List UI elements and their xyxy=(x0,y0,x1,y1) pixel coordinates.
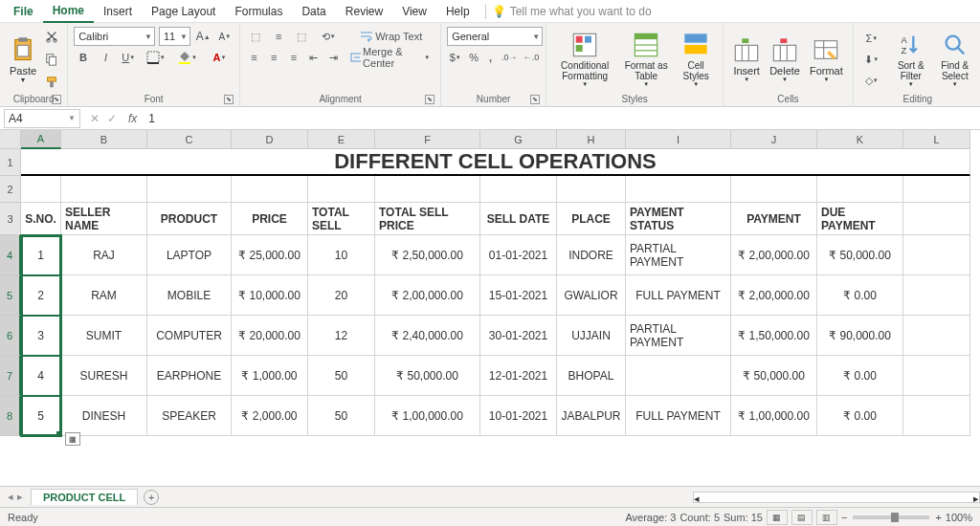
cell[interactable] xyxy=(375,176,480,203)
page-layout-view-button[interactable]: ▤ xyxy=(791,510,813,525)
align-left-button[interactable]: ≡ xyxy=(246,48,262,67)
cell[interactable] xyxy=(903,396,970,436)
delete-cells-button[interactable]: Delete▼ xyxy=(766,27,804,92)
increase-font-button[interactable]: A▲ xyxy=(194,27,212,46)
data-cell[interactable]: 2 xyxy=(21,275,61,316)
menu-data[interactable]: Data xyxy=(292,0,335,23)
column-header[interactable]: L xyxy=(903,130,970,149)
font-name-combo[interactable]: Calibri▼ xyxy=(74,27,155,46)
merge-center-button[interactable]: Merge & Center▼ xyxy=(345,48,434,67)
copy-button[interactable] xyxy=(42,50,61,69)
row-header[interactable]: 5 xyxy=(0,275,21,316)
header-cell[interactable]: PRODUCT xyxy=(147,203,232,235)
quick-analysis-button[interactable]: ▦ xyxy=(65,432,80,446)
enter-formula-icon[interactable]: ✓ xyxy=(107,112,117,125)
data-cell[interactable]: 50 xyxy=(308,356,375,396)
cell[interactable] xyxy=(308,176,375,203)
page-break-view-button[interactable]: ▥ xyxy=(816,510,837,525)
data-cell[interactable]: ₹ 2,000.00 xyxy=(232,396,308,436)
data-cell[interactable]: FULL PAYMENT xyxy=(626,275,731,316)
menu-insert[interactable]: Insert xyxy=(94,0,142,23)
zoom-level[interactable]: 100% xyxy=(946,512,972,523)
data-cell[interactable]: 10-01-2021 xyxy=(480,396,557,436)
align-center-button[interactable]: ≡ xyxy=(266,48,282,67)
insert-cells-button[interactable]: Insert▼ xyxy=(729,27,764,92)
fill-color-button[interactable]: ▼ xyxy=(173,48,201,67)
accounting-format-button[interactable]: $▼ xyxy=(447,48,463,67)
data-cell[interactable]: 50 xyxy=(308,396,375,436)
align-top-button[interactable]: ⬚ xyxy=(246,27,265,46)
column-header[interactable]: J xyxy=(731,130,817,149)
number-format-combo[interactable]: General▼ xyxy=(447,27,543,46)
find-select-button[interactable]: Find & Select▼ xyxy=(934,30,976,89)
data-cell[interactable]: 1 xyxy=(21,235,61,275)
row-header[interactable]: 3 xyxy=(0,203,21,235)
data-cell[interactable]: ₹ 10,000.00 xyxy=(232,275,308,316)
conditional-formatting-button[interactable]: Conditional Formatting▼ xyxy=(552,27,617,92)
cell[interactable] xyxy=(21,176,61,203)
autosum-button[interactable]: Σ▼ xyxy=(859,29,884,48)
data-cell[interactable]: ₹ 1,000.00 xyxy=(232,356,308,396)
cell[interactable] xyxy=(903,316,970,356)
cell[interactable] xyxy=(557,176,626,203)
bold-button[interactable]: B xyxy=(74,48,93,67)
cell[interactable] xyxy=(903,235,970,275)
data-cell[interactable]: SPEAKER xyxy=(147,396,232,436)
format-cells-button[interactable]: Format▼ xyxy=(806,27,847,92)
header-cell[interactable]: DUE PAYMENT xyxy=(817,203,903,235)
clear-button[interactable]: ◇▼ xyxy=(859,71,884,90)
column-header[interactable]: D xyxy=(232,130,308,149)
data-cell[interactable]: 12 xyxy=(308,316,375,356)
data-cell[interactable]: DINESH xyxy=(61,396,147,436)
cell[interactable] xyxy=(903,203,970,235)
data-cell[interactable]: ₹ 50,000.00 xyxy=(375,356,480,396)
align-bottom-button[interactable]: ⬚ xyxy=(292,27,311,46)
data-cell[interactable]: 30-01-2021 xyxy=(480,316,557,356)
fx-icon[interactable]: fx xyxy=(122,112,143,125)
alignment-dialog-launcher[interactable]: ⬊ xyxy=(425,95,434,104)
data-cell[interactable]: 10 xyxy=(308,235,375,275)
paste-button[interactable]: Paste ▼ xyxy=(6,34,40,85)
formula-input[interactable]: 1 xyxy=(143,112,980,125)
data-cell[interactable]: EARPHONE xyxy=(147,356,232,396)
data-cell[interactable]: 20 xyxy=(308,275,375,316)
data-cell[interactable]: ₹ 0.00 xyxy=(817,396,903,436)
increase-decimal-button[interactable]: .0→ xyxy=(501,48,519,67)
menu-formulas[interactable]: Formulas xyxy=(225,0,292,23)
data-cell[interactable]: MOBILE xyxy=(147,275,232,316)
row-header[interactable]: 1 xyxy=(0,149,21,176)
header-cell[interactable]: PLACE xyxy=(557,203,626,235)
row-header[interactable]: 7 xyxy=(0,356,21,396)
orientation-button[interactable]: ⟲▼ xyxy=(315,27,342,46)
select-all-corner[interactable] xyxy=(0,130,21,149)
header-cell[interactable]: SELLER NAME xyxy=(61,203,147,235)
new-sheet-button[interactable]: + xyxy=(144,490,159,505)
font-dialog-launcher[interactable]: ⬊ xyxy=(224,95,234,104)
data-cell[interactable]: PARTIAL PAYMENT xyxy=(626,235,731,275)
column-header[interactable]: B xyxy=(61,130,147,149)
cell[interactable] xyxy=(903,356,970,396)
italic-button[interactable]: I xyxy=(97,48,116,67)
data-cell[interactable]: ₹ 2,00,000.00 xyxy=(731,235,817,275)
data-cell[interactable]: LAPTOP xyxy=(147,235,232,275)
row-header[interactable]: 2 xyxy=(0,176,21,203)
cell[interactable] xyxy=(903,176,970,203)
cell[interactable] xyxy=(147,176,232,203)
format-as-table-button[interactable]: Format as Table▼ xyxy=(619,27,673,92)
data-cell[interactable]: ₹ 25,000.00 xyxy=(232,235,308,275)
menu-view[interactable]: View xyxy=(392,0,436,23)
decrease-font-button[interactable]: A▼ xyxy=(216,27,234,46)
data-cell[interactable]: 5 xyxy=(21,396,61,436)
column-header[interactable]: F xyxy=(375,130,480,149)
row-header[interactable]: 8 xyxy=(0,396,21,436)
align-middle-button[interactable]: ≡ xyxy=(269,27,288,46)
cancel-formula-icon[interactable]: ✕ xyxy=(90,112,100,125)
column-header[interactable]: H xyxy=(557,130,626,149)
name-box[interactable]: A4▼ xyxy=(4,109,80,128)
header-cell[interactable]: TOTAL SELL PRICE xyxy=(375,203,480,235)
header-cell[interactable]: S.NO. xyxy=(21,203,61,235)
data-cell[interactable]: SUMIT xyxy=(61,316,147,356)
underline-button[interactable]: U▼ xyxy=(119,48,138,67)
tab-nav[interactable]: ◂▸ xyxy=(0,491,31,503)
data-cell[interactable]: JABALPUR xyxy=(557,396,626,436)
